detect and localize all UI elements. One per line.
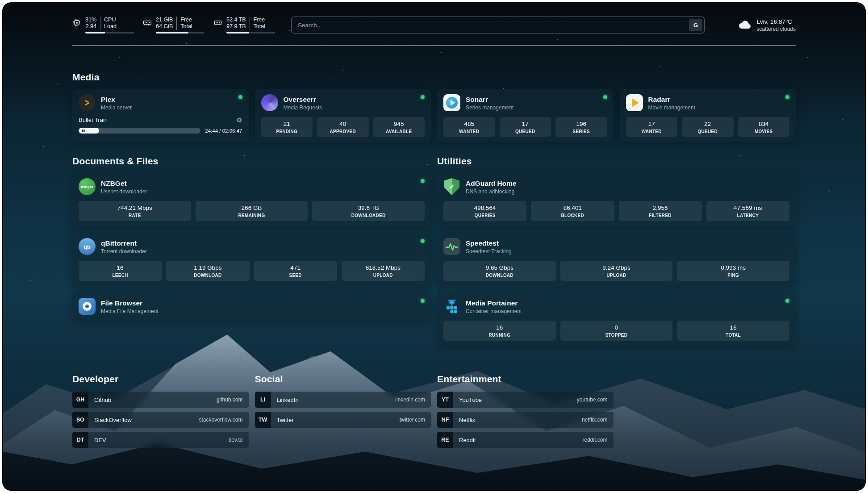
search-engine-button[interactable]: G [689, 19, 702, 31]
memory-free-value: 21 GiB [156, 17, 173, 23]
section-title-media: Media [72, 72, 796, 83]
middle-columns: Documents & Files nzbget NZBGet Usenet d… [72, 156, 796, 346]
bookmark-youtube[interactable]: YT YouTube youtube.com [437, 392, 613, 408]
disk-monitor: 52.4 TB 97.9 TB Free Total [213, 17, 275, 33]
playback-progress-bar[interactable] [79, 128, 200, 134]
stat-upload: 618.52 Mbps UPLOAD [342, 261, 425, 281]
disk-free-label: Free [254, 17, 265, 23]
app-card-plex[interactable]: > Plex Media server Bullet Train ⚙ [72, 89, 249, 142]
app-card-filebrowser[interactable]: File Browser Media File Management [72, 292, 431, 320]
app-subtitle: Media server [101, 104, 132, 111]
overseerr-icon [261, 94, 278, 111]
section-title-entertainment: Entertainment [437, 374, 613, 384]
stat-downloaded: 39.6 TB DOWNLOADED [312, 201, 425, 221]
online-status-dot [785, 95, 789, 99]
disk-progress-bar [226, 32, 275, 33]
utilities-column: Utilities ✓ AdGuard Home DNS and adblock… [437, 156, 796, 346]
now-playing-title: Bullet Train [79, 117, 108, 123]
app-subtitle: Torrent downloader [101, 248, 147, 255]
cpu-load-value: 2.94 [86, 23, 96, 30]
bookmark-github[interactable]: GH Github github.com [72, 392, 249, 408]
app-card-qbittorrent[interactable]: qb qBittorrent Torrent downloader 16 LEE… [72, 233, 431, 286]
gear-icon[interactable]: ⚙ [236, 117, 242, 123]
online-status-dot [785, 299, 789, 303]
bookmarks-row: Developer GH Github github.com SO StackO… [72, 374, 796, 468]
system-monitors: 31% 2.94 CPU Load [72, 17, 275, 33]
bookmark-dev[interactable]: DT DEV dev.to [72, 432, 249, 448]
stat-filtered: 2,956 FILTERED [619, 201, 702, 221]
dev-icon: DT [72, 432, 88, 448]
radarr-icon [626, 94, 643, 111]
hard-drive-icon [213, 18, 222, 27]
bookmark-twitter[interactable]: TW Twitter twitter.com [255, 412, 431, 428]
stat-wanted: 485 WANTED [443, 117, 495, 137]
disk-total-label: Total [254, 23, 265, 30]
cpu-usage-value: 31% [85, 17, 96, 23]
stat-leech: 16 LEECH [79, 261, 162, 281]
stackoverflow-icon: SO [72, 412, 88, 428]
linkedin-icon: LI [255, 392, 271, 408]
github-icon: GH [72, 392, 88, 408]
stat-movies: 834 MOVIES [738, 117, 790, 137]
app-name: Sonarr [466, 95, 513, 104]
weather-location-temp: Lviv, 16.87°C [757, 18, 796, 25]
app-card-radarr[interactable]: Radarr Movie management 17 WANTED 22 QUE… [620, 89, 796, 142]
stat-pending: 21 PENDING [261, 117, 313, 137]
dashboard-content: 31% 2.94 CPU Load [72, 3, 796, 468]
reddit-icon: RE [437, 432, 453, 448]
stat-ping: 0.993 ms PING [677, 261, 789, 281]
app-name: qBittorrent [101, 239, 147, 247]
app-card-nzbget[interactable]: nzbget NZBGet Usenet downloader 744.21 M… [72, 173, 431, 226]
cpu-label: CPU [104, 17, 117, 23]
online-status-dot [421, 179, 425, 183]
online-status-dot [421, 95, 425, 99]
app-card-adguard[interactable]: ✓ AdGuard Home DNS and adblocking 498,56… [437, 173, 796, 226]
playback-time: 24:44 / 02:06:47 [205, 128, 242, 134]
stat-total: 16 TOTAL [677, 321, 789, 341]
app-subtitle: Media File Management [101, 308, 159, 314]
stat-approved: 40 APPROVED [317, 117, 369, 137]
ram-icon [143, 18, 152, 27]
bookmark-group-entertainment: Entertainment YT YouTube youtube.com NF … [437, 374, 613, 452]
bookmark-reddit[interactable]: RE Reddit reddit.com [437, 432, 613, 448]
pause-icon[interactable] [82, 130, 85, 132]
bookmark-stackoverflow[interactable]: SO StackOverflow stackoverflow.com [72, 412, 249, 428]
memory-total-label: Total [180, 23, 192, 30]
stat-queries: 498,564 QUERIES [443, 201, 526, 221]
app-name: Media Portainer [466, 299, 522, 307]
section-title-social: Social [255, 374, 431, 384]
stat-stopped: 0 STOPPED [560, 321, 673, 341]
bookmark-group-developer: Developer GH Github github.com SO StackO… [72, 374, 249, 452]
memory-monitor: 21 GiB 64 GiB Free Total [143, 17, 204, 33]
app-subtitle: Media Requests [284, 104, 322, 111]
app-name: AdGuard Home [466, 179, 517, 188]
app-card-sonarr[interactable]: Sonarr Series management 485 WANTED 17 Q… [437, 89, 613, 142]
search-input[interactable] [292, 17, 689, 33]
stat-rate: 744.21 Mbps RATE [79, 201, 191, 221]
stat-queued: 22 QUEUED [682, 117, 734, 137]
app-subtitle: Movie management [648, 104, 695, 111]
app-name: NZBGet [101, 179, 147, 188]
app-card-overseerr[interactable]: Overseerr Media Requests 21 PENDING 40 A… [255, 89, 431, 142]
online-status-dot [421, 299, 425, 303]
media-card-row: > Plex Media server Bullet Train ⚙ [72, 89, 796, 142]
stat-running: 16 RUNNING [443, 321, 556, 341]
app-card-portainer[interactable]: Media Portainer Container management 16 … [437, 292, 796, 346]
app-card-speedtest[interactable]: Speedtest Speedtest Tracking 9.65 Gbps D… [437, 233, 796, 286]
app-subtitle: DNS and adblocking [466, 188, 517, 195]
netflix-icon: NF [437, 412, 453, 428]
memory-progress-fill [156, 32, 188, 33]
stat-download: 9.65 Gbps DOWNLOAD [443, 261, 556, 281]
bookmark-netflix[interactable]: NF Netflix netflix.com [437, 412, 613, 428]
stat-blocked: 86,401 BLOCKED [531, 201, 614, 221]
cpu-progress-bar [85, 32, 134, 33]
stat-upload: 9.24 Gbps UPLOAD [560, 261, 673, 281]
plex-icon: > [79, 94, 96, 111]
app-subtitle: Usenet downloader [101, 188, 147, 195]
bookmark-linkedin[interactable]: LI LinkedIn linkedin.com [255, 392, 431, 408]
weather-widget[interactable]: Lviv, 16.87°C scattered clouds [721, 18, 796, 32]
memory-free-label: Free [180, 17, 192, 23]
bookmark-group-empty [620, 374, 796, 452]
filebrowser-icon [79, 298, 96, 315]
playback-progress-fill [79, 128, 99, 134]
